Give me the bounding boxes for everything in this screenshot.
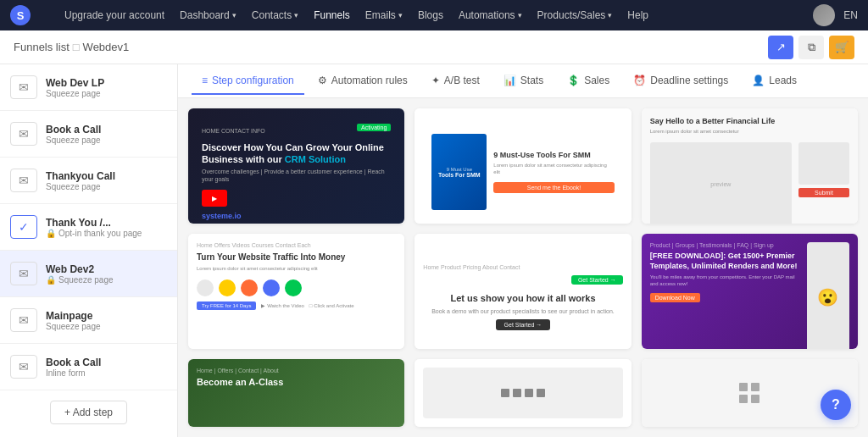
- cart-button[interactable]: 🛒: [829, 36, 854, 59]
- edit-btn[interactable]: ✎: [153, 259, 167, 273]
- template-card-6[interactable]: Product | Groups | Testimonials | FAQ | …: [642, 234, 858, 349]
- tab-step-config[interactable]: ≡ Step configuration: [192, 68, 304, 95]
- add-step-button[interactable]: + Add step: [50, 401, 127, 424]
- chart-icon: 📊: [504, 75, 516, 86]
- sidebar-item-sub: Squeeze page: [46, 322, 145, 331]
- nav-products[interactable]: Products/Sales ▾: [537, 9, 613, 21]
- tab-stats[interactable]: 📊 Stats: [493, 68, 554, 95]
- edit-btn[interactable]: ✎: [153, 73, 167, 86]
- sidebar-item-thankyou[interactable]: ✓ Thank You /... 🔒 Opt-in thank you page…: [0, 204, 177, 251]
- edit-btn[interactable]: ✎: [153, 352, 167, 366]
- sidebar: ✉ Web Dev LP Squeeze page ✎ ⋮ ✉ Book a C…: [0, 64, 178, 437]
- person-icon: 👤: [752, 75, 765, 86]
- breadcrumb-webdev[interactable]: Webdev1: [83, 41, 130, 53]
- card-preview-8: [415, 359, 631, 427]
- youtube-icon: ▶: [202, 190, 227, 207]
- sidebar-item-sub: 🔒 Opt-in thank you page: [46, 229, 145, 238]
- nav-automations[interactable]: Automations ▾: [459, 9, 522, 21]
- sidebar-item-sub: Squeeze page: [46, 89, 145, 98]
- template-card-4[interactable]: Home Offers Videos Courses Contact Each …: [188, 234, 404, 349]
- submit-btn[interactable]: Submit: [798, 188, 849, 197]
- card-preview-6: Product | Groups | Testimonials | FAQ | …: [642, 234, 858, 349]
- nav-dashboard[interactable]: Dashboard ▾: [180, 9, 236, 21]
- template-card-1[interactable]: HOME CONTACT INFO Activating Discover Ho…: [188, 108, 404, 224]
- more-btn[interactable]: ⋮: [153, 228, 167, 241]
- tabs-bar: ≡ Step configuration ⚙ Automation rules …: [178, 64, 868, 98]
- nav-funnels[interactable]: Funnels: [314, 9, 350, 21]
- external-link-button[interactable]: ↗: [768, 36, 793, 59]
- card-preview-1: HOME CONTACT INFO Activating Discover Ho…: [188, 108, 404, 224]
- nav-items: Upgrade your account Dashboard ▾ Contact…: [64, 9, 796, 21]
- template-card-3[interactable]: Say Hello to a Better Financial Life Lor…: [642, 108, 858, 224]
- nav-blogs[interactable]: Blogs: [418, 9, 443, 21]
- sidebar-item-bookacall[interactable]: ✉ Book a Call Squeeze page ✎ ⋮: [0, 111, 177, 158]
- nav-help[interactable]: Help: [627, 9, 648, 21]
- more-btn[interactable]: ⋮: [153, 88, 167, 102]
- breadcrumb-bar: Funnels list □ Webdev1 ↗ ⧉ 🛒: [0, 30, 868, 64]
- card-preview-4: Home Offers Videos Courses Contact Each …: [188, 234, 404, 349]
- edit-btn[interactable]: ✎: [153, 119, 167, 133]
- breadcrumb-actions: ↗ ⧉ 🛒: [768, 36, 854, 59]
- card-preview-5: Home Product Pricing About Contact Get S…: [415, 234, 631, 349]
- sidebar-item-name: Mainpage: [46, 310, 145, 322]
- sidebar-item-mainpage[interactable]: ✉ Mainpage Squeeze page ✎ ⋮: [0, 297, 177, 344]
- try-free-btn[interactable]: Try FREE for 14 Days: [197, 301, 256, 310]
- more-btn[interactable]: ⋮: [153, 181, 167, 195]
- tab-sales[interactable]: 💲 Sales: [557, 68, 620, 95]
- template-card-5[interactable]: Home Product Pricing About Contact Get S…: [415, 234, 631, 349]
- card-preview-3: Say Hello to a Better Financial Life Lor…: [642, 108, 858, 224]
- more-btn[interactable]: ⋮: [153, 321, 167, 335]
- content-area: ≡ Step configuration ⚙ Automation rules …: [178, 64, 868, 437]
- check-icon: ✓: [10, 215, 37, 239]
- list-icon: ≡: [202, 75, 208, 86]
- template-card-8[interactable]: [415, 359, 631, 427]
- ab-icon: ✦: [431, 75, 440, 86]
- help-button[interactable]: ?: [821, 390, 851, 420]
- sidebar-item-bookacall2[interactable]: ✉ Book a Call Inline form ✎ ⋮: [0, 344, 177, 390]
- sidebar-item-name: Web Dev LP: [46, 77, 145, 89]
- sidebar-item-name: Book a Call: [46, 124, 145, 136]
- nav-emails[interactable]: Emails ▾: [365, 9, 403, 21]
- lang-selector[interactable]: EN: [843, 9, 858, 21]
- edit-btn[interactable]: ✎: [153, 166, 167, 180]
- breadcrumb: Funnels list □ Webdev1: [14, 41, 129, 53]
- logo: S: [10, 5, 31, 25]
- breadcrumb-funnels[interactable]: Funnels list: [14, 41, 70, 53]
- tab-deadline[interactable]: ⏰ Deadline settings: [623, 68, 738, 95]
- envelope-icon: ✉: [10, 75, 37, 99]
- sidebar-item-webdevlp[interactable]: ✉ Web Dev LP Squeeze page ✎ ⋮: [0, 64, 177, 111]
- cta-button: Send me the Ebook!: [493, 182, 614, 193]
- tab-automation[interactable]: ⚙ Automation rules: [308, 68, 418, 95]
- more-btn[interactable]: ⋮: [153, 368, 167, 381]
- sidebar-item-thankyoucall[interactable]: ✉ Thankyou Call Squeeze page ✎ ⋮: [0, 158, 177, 204]
- sidebar-item-sub: Squeeze page: [46, 182, 145, 191]
- template-card-7[interactable]: Home | Offers | Contact | About Become a…: [188, 359, 404, 427]
- nav-contacts[interactable]: Contacts ▾: [252, 9, 298, 21]
- tab-leads[interactable]: 👤 Leads: [742, 68, 807, 95]
- sidebar-item-webdev2[interactable]: ✉ Web Dev2 🔒 Squeeze page ✎ ⋮: [0, 251, 177, 297]
- envelope-icon: ✉: [10, 355, 37, 379]
- avatar: [813, 4, 835, 26]
- more-btn[interactable]: ⋮: [153, 135, 167, 148]
- card-preview-7: Home | Offers | Contact | About Become a…: [188, 359, 404, 427]
- get-started-btn[interactable]: Get Started →: [571, 275, 623, 285]
- sidebar-item-name: Thank You /...: [46, 217, 145, 229]
- nav-right: EN: [813, 4, 858, 26]
- nav-upgrade[interactable]: Upgrade your account: [64, 9, 164, 21]
- lock-icon: 🔒: [46, 229, 56, 238]
- edit-btn[interactable]: ✎: [153, 306, 167, 319]
- edit-btn[interactable]: ✎: [153, 213, 167, 226]
- sidebar-item-sub: 🔒 Squeeze page: [46, 275, 145, 285]
- envelope-icon: ✉: [10, 308, 37, 332]
- template-card-2[interactable]: 9 Must Use Tools For SMM 9 Must-Use Tool…: [415, 108, 631, 224]
- duplicate-button[interactable]: ⧉: [798, 36, 824, 59]
- get-started-btn2[interactable]: Get Started →: [496, 319, 551, 330]
- tab-abtest[interactable]: ✦ A/B test: [421, 68, 490, 95]
- top-nav: S Upgrade your account Dashboard ▾ Conta…: [0, 0, 868, 30]
- download-btn[interactable]: Download Now: [650, 293, 700, 302]
- sidebar-item-name: Thankyou Call: [46, 170, 145, 182]
- more-btn[interactable]: ⋮: [153, 274, 167, 288]
- breadcrumb-sep: □: [73, 41, 80, 53]
- card-preview-2: 9 Must Use Tools For SMM 9 Must-Use Tool…: [415, 108, 631, 224]
- envelope-icon: ✉: [10, 262, 37, 285]
